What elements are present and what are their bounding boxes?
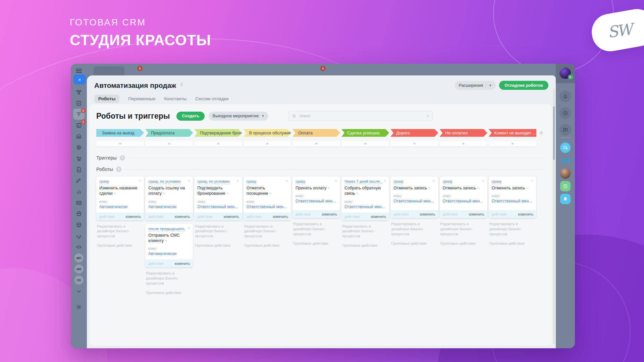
edit-pencil-icon[interactable]: ✎: [477, 186, 480, 190]
group-actions-link[interactable]: Групповые действия: [97, 243, 143, 248]
tasks-icon[interactable]: [73, 98, 85, 109]
scrollbar[interactable]: [553, 89, 555, 344]
close-button[interactable]: ×: [73, 74, 86, 84]
menu-icon[interactable]: [76, 68, 82, 74]
network-icon[interactable]: [73, 86, 85, 98]
edit-pencil-icon[interactable]: ✎: [226, 192, 229, 195]
robot-card[interactable]: сразу, по условию×Создать ссылку на опла…: [145, 177, 193, 221]
robot-card[interactable]: сразу, по условию×Подтвердить бронирован…: [194, 177, 242, 221]
stage-4[interactable]: В процессе обслужива...: [244, 129, 291, 137]
robot-trigger-link[interactable]: сразу: [99, 179, 109, 184]
robot-actions-link[interactable]: действия: [99, 215, 114, 219]
notes-icon[interactable]: [560, 181, 571, 191]
robot-edit-link[interactable]: изменить: [175, 261, 190, 265]
robot-trigger-link[interactable]: сразу, по условию: [148, 179, 180, 184]
close-icon[interactable]: ×: [531, 179, 533, 183]
extensions-button[interactable]: Расширения ▼: [455, 81, 496, 90]
pin-icon[interactable]: [179, 82, 184, 88]
robot-edit-link[interactable]: изменить: [420, 212, 435, 216]
robot-trigger-link[interactable]: сразу, по условию: [197, 179, 229, 184]
group-actions-link[interactable]: Групповые действия: [195, 243, 241, 248]
close-icon[interactable]: ×: [384, 179, 386, 183]
robot-edit-link[interactable]: изменить: [371, 215, 386, 219]
robot-actions-link[interactable]: действия: [148, 215, 163, 219]
stage-9[interactable]: Клиент не выходит ...: [489, 129, 536, 137]
group-actions-link[interactable]: Групповые действия: [342, 243, 388, 248]
robot-actions-link[interactable]: действия: [344, 215, 360, 219]
search-input[interactable]: [299, 114, 424, 118]
group-actions-link[interactable]: Групповые действия: [146, 290, 192, 295]
designer-link[interactable]: Редактировать в дизайнере Бизнес-процесс…: [146, 271, 192, 286]
tab-1[interactable]: Роботы: [94, 95, 119, 103]
robot-assignee-link[interactable]: Ответственный мен...: [492, 199, 533, 203]
add-robot-button[interactable]: +: [244, 141, 291, 146]
edit-pencil-icon[interactable]: ✎: [428, 186, 431, 190]
tab-3[interactable]: Константы: [164, 96, 186, 101]
code-icon[interactable]: [73, 241, 85, 252]
robot-trigger-link[interactable]: сразу: [393, 179, 403, 184]
stage-6[interactable]: Сделка успешна: [341, 129, 389, 137]
chat-sync-icon[interactable]: [559, 124, 571, 136]
stage-1[interactable]: Заявка на выезд: [96, 129, 144, 137]
edit-pencil-icon[interactable]: ✎: [269, 192, 272, 195]
help-icon[interactable]: ?: [116, 167, 121, 172]
robot-assignee-link[interactable]: Ответственный мен...: [443, 199, 484, 203]
robot-assignee-link[interactable]: Автоматически: [148, 251, 190, 256]
stage-8[interactable]: Не оплатил: [440, 129, 487, 137]
robot-edit-link[interactable]: изменить: [126, 215, 141, 219]
chevron-down-icon[interactable]: [73, 286, 85, 297]
add-robot-button[interactable]: +: [341, 141, 389, 146]
bookmark-icon[interactable]: [560, 194, 571, 204]
stage-3[interactable]: Подтверждение брони...: [194, 129, 242, 137]
group-actions-link[interactable]: Групповые действия: [489, 241, 536, 246]
robot-trigger-link[interactable]: сразу: [492, 179, 501, 184]
designer-link[interactable]: Редактировать в дизайнере Бизнес-процесс…: [440, 222, 487, 237]
add-robot-button[interactable]: +: [145, 141, 193, 146]
waves-icon[interactable]: [73, 230, 85, 241]
robot-assignee-link[interactable]: Ответственный мен...: [393, 199, 435, 203]
history-icon[interactable]: [559, 107, 571, 119]
robot-trigger-link[interactable]: сразу: [247, 179, 256, 184]
close-icon[interactable]: ×: [286, 179, 288, 183]
robot-assignee-link[interactable]: Ответственный мен...: [296, 199, 337, 203]
group-actions-link[interactable]: Групповые действия: [244, 243, 290, 248]
edit-pencil-icon[interactable]: ✎: [327, 186, 330, 190]
close-icon[interactable]: ×: [237, 179, 239, 183]
create-button[interactable]: Создать: [176, 112, 204, 121]
close-icon[interactable]: ×: [433, 179, 435, 183]
robot-actions-link[interactable]: действия: [393, 212, 409, 216]
sw-signature[interactable]: SW: [560, 155, 571, 166]
robot-actions-link[interactable]: действия: [296, 212, 311, 216]
robot-card[interactable]: сразу×Отменить запись✎кому:Ответственный…: [390, 177, 438, 218]
add-robot-button[interactable]: +: [194, 141, 242, 146]
funnel-icon[interactable]: 2: [73, 109, 85, 120]
designer-link[interactable]: Редактировать в дизайнере Бизнес-процесс…: [293, 222, 339, 237]
robot-edit-link[interactable]: изменить: [224, 215, 239, 219]
group-actions-link[interactable]: Групповые действия: [293, 241, 339, 246]
robot-card[interactable]: сразу×Принять оплату✎кому:Ответственный …: [292, 177, 340, 218]
edit-pencil-icon[interactable]: ✎: [526, 186, 529, 190]
idcard-icon[interactable]: [73, 197, 85, 208]
document-icon[interactable]: [73, 164, 85, 175]
robot-edit-link[interactable]: изменить: [273, 215, 288, 219]
robot-card[interactable]: сразу×Отметить посещение✎кому:Ответствен…: [244, 177, 291, 221]
group-actions-link[interactable]: Групповые действия: [440, 241, 487, 246]
robot-assignee-link[interactable]: Ответственный мен...: [247, 204, 288, 209]
close-icon[interactable]: ×: [187, 179, 190, 183]
robot-trigger-link[interactable]: после предыдущего, п...: [148, 227, 185, 231]
edit-pencil-icon[interactable]: ✎: [114, 192, 116, 195]
robot-assignee-link[interactable]: Ответственный мен...: [197, 204, 239, 209]
workgroup-avatar[interactable]: ИН: [74, 264, 84, 274]
designer-link[interactable]: Редактировать в дизайнере Бизнес-процесс…: [195, 224, 241, 239]
sign-icon[interactable]: [73, 175, 85, 186]
robot-trigger-link[interactable]: сразу: [443, 179, 452, 184]
designer-link[interactable]: Редактировать в дизайнере Бизнес-процесс…: [391, 222, 437, 237]
robot-actions-link[interactable]: действия: [247, 215, 262, 219]
funnel-selector[interactable]: Выездное мероприятие ▼: [209, 112, 269, 121]
robot-trigger-link[interactable]: сразу: [296, 179, 305, 184]
robot-debugger-button[interactable]: Отладчик роботов: [499, 81, 548, 90]
robot-actions-link[interactable]: действия: [148, 261, 163, 265]
designer-link[interactable]: Редактировать в дизайнере Бизнес-процесс…: [97, 224, 143, 239]
robot-card[interactable]: сразу×Отменить запись✎кому:Ответственный…: [440, 177, 487, 218]
edit-pencil-icon[interactable]: ✎: [163, 192, 165, 195]
